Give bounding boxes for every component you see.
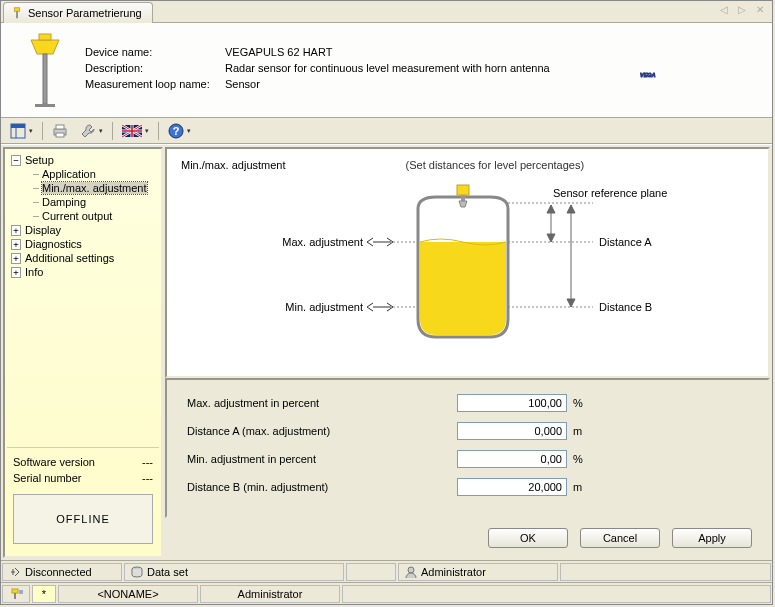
device-image (17, 31, 73, 109)
tab-next-icon[interactable]: ▷ (734, 3, 750, 16)
main-panel: Min./max. adjustment (Set distances for … (165, 147, 770, 378)
tree-current-output[interactable]: ┄Current output (7, 209, 159, 223)
svg-rect-1 (16, 11, 18, 18)
tree-minmax[interactable]: ┄Min./max. adjustment (7, 181, 159, 195)
tree-setup[interactable]: −Setup (7, 153, 159, 167)
diag-max-label: Max. adjustment (282, 236, 363, 248)
tab-close-icon[interactable]: ✕ (752, 3, 768, 16)
svg-marker-26 (547, 205, 555, 213)
diag-dist-b: Distance B (599, 301, 652, 313)
unit-m: m (573, 425, 582, 437)
svg-rect-11 (56, 125, 64, 129)
help-icon: ? (168, 123, 184, 139)
max-pct-input[interactable] (457, 394, 567, 412)
user-icon (405, 566, 417, 578)
nav-tree: −Setup ┄Application ┄Min./max. adjustmen… (7, 153, 159, 447)
svg-marker-29 (567, 205, 575, 213)
svg-marker-28 (567, 299, 575, 307)
cancel-button[interactable]: Cancel (580, 528, 660, 548)
tree-additional[interactable]: +Additional settings (7, 251, 159, 265)
svg-rect-0 (14, 8, 19, 12)
diag-min-label: Min. adjustment (285, 301, 363, 313)
conn-status: Disconnected (2, 563, 122, 581)
device-header: Device name:VEGAPULS 62 HART Description… (1, 23, 772, 118)
plug-icon (9, 566, 21, 578)
vega-logo: VEGA (640, 50, 740, 90)
apply-button[interactable]: Apply (672, 528, 752, 548)
dist-a-label: Distance A (max. adjustment) (187, 425, 457, 437)
svg-rect-12 (56, 133, 64, 137)
svg-rect-32 (12, 589, 18, 593)
tab-sensor-param[interactable]: Sensor Parametrierung (3, 2, 153, 23)
layout-button[interactable] (5, 120, 38, 142)
svg-rect-5 (39, 34, 51, 40)
flag-uk-icon (122, 125, 142, 137)
min-pct-input[interactable] (457, 450, 567, 468)
nav-sidebar: −Setup ┄Application ┄Min./max. adjustmen… (3, 147, 163, 558)
admin-status: Administrator (398, 563, 558, 581)
unit-pct: % (573, 397, 583, 409)
status-bar-2: * <NONAME> Administrator (1, 582, 772, 604)
svg-rect-4 (35, 104, 55, 107)
dataset-status: Data set (124, 563, 344, 581)
device-small-icon (9, 587, 23, 601)
svg-marker-2 (31, 40, 59, 54)
wrench-icon (80, 123, 96, 139)
serial-number-value: --- (142, 472, 153, 484)
software-version-label: Software version (13, 456, 95, 468)
dist-b-label: Distance B (min. adjustment) (187, 481, 457, 493)
tree-application[interactable]: ┄Application (7, 167, 159, 181)
help-button[interactable]: ? (163, 120, 196, 142)
star-cell[interactable]: * (32, 585, 56, 603)
layout-icon (10, 123, 26, 139)
svg-marker-18 (459, 201, 467, 207)
svg-text:?: ? (173, 125, 180, 137)
dist-a-input[interactable] (457, 422, 567, 440)
ok-button[interactable]: OK (488, 528, 568, 548)
toolbar: ? (1, 118, 772, 144)
max-pct-label: Max. adjustment in percent (187, 397, 457, 409)
print-icon (52, 123, 68, 139)
device-icon-cell[interactable] (2, 585, 30, 603)
diag-ref-label: Sensor reference plane (553, 187, 667, 199)
parameter-form: Max. adjustment in percent % Distance A … (165, 378, 770, 518)
admin2-cell[interactable]: Administrator (200, 585, 340, 603)
status-empty-1 (346, 563, 396, 581)
tree-display[interactable]: +Display (7, 223, 159, 237)
svg-rect-16 (457, 185, 469, 195)
tree-info[interactable]: +Info (7, 265, 159, 279)
svg-marker-25 (547, 234, 555, 242)
print-button[interactable] (47, 120, 73, 142)
tab-bar: Sensor Parametrierung ◁ ▷ ✕ (1, 1, 772, 23)
page-subtitle: (Set distances for level percentages) (406, 159, 585, 171)
status2-empty (342, 585, 771, 603)
svg-point-31 (408, 567, 414, 573)
svg-rect-17 (461, 195, 465, 201)
description-label: Description: (85, 62, 225, 74)
status-bar-1: Disconnected Data set Administrator (1, 560, 772, 582)
svg-rect-8 (11, 124, 25, 128)
min-pct-label: Min. adjustment in percent (187, 453, 457, 465)
svg-rect-33 (14, 593, 16, 599)
adjustment-diagram: Max. adjustment Min. adjustment (181, 181, 754, 351)
noname-cell[interactable]: <NONAME> (58, 585, 198, 603)
device-name-value: VEGAPULS 62 HART (225, 46, 332, 58)
button-bar: OK Cancel Apply (165, 518, 770, 558)
description-value: Radar sensor for continuous level measur… (225, 62, 550, 74)
tab-nav-buttons: ◁ ▷ ✕ (716, 3, 768, 16)
page-title: Min./max. adjustment (181, 159, 286, 171)
tree-damping[interactable]: ┄Damping (7, 195, 159, 209)
dist-b-input[interactable] (457, 478, 567, 496)
tab-prev-icon[interactable]: ◁ (716, 3, 732, 16)
svg-rect-3 (43, 54, 47, 104)
unit-m-2: m (573, 481, 582, 493)
cylinder-icon (131, 566, 143, 578)
diag-dist-a: Distance A (599, 236, 652, 248)
software-version-value: --- (142, 456, 153, 468)
unit-pct-2: % (573, 453, 583, 465)
offline-status: OFFLINE (13, 494, 153, 544)
tools-button[interactable] (75, 120, 108, 142)
tree-diagnostics[interactable]: +Diagnostics (7, 237, 159, 251)
serial-number-label: Serial number (13, 472, 81, 484)
language-button[interactable] (117, 122, 154, 140)
